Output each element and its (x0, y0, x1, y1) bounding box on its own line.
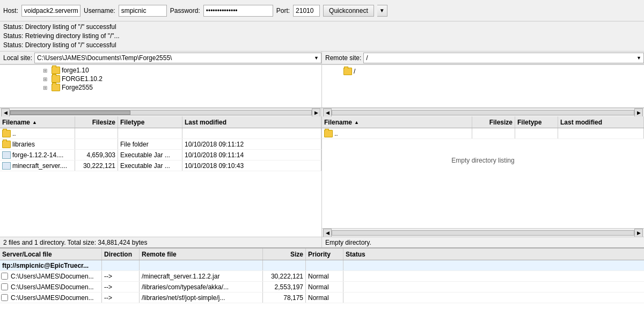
password-label: Password: (170, 7, 200, 14)
checkbox-input[interactable] (1, 273, 8, 280)
col-header-filesize[interactable]: Filesize (472, 116, 515, 128)
col-header-filetype[interactable]: Filetype (118, 116, 182, 128)
col-header-filesize[interactable]: Filesize (75, 116, 118, 128)
tree-item-forge1102[interactable]: ⊞ FORGE1.10.2 (0, 75, 321, 83)
tree-item-root[interactable]: / (324, 67, 642, 76)
transfer-priority-cell: Normal (306, 271, 343, 281)
checkbox-input[interactable] (1, 283, 8, 290)
scroll-left-arrow[interactable]: ◀ (323, 108, 332, 117)
table-row[interactable]: forge-1.12.2-14.... 4,659,303 Executable… (0, 150, 321, 160)
local-site-bar: Local site: C:\Users\JAMES\Documents\Tem… (0, 52, 322, 64)
col-header-filename[interactable]: Filename ▲ (322, 116, 472, 128)
list-item[interactable]: C:\Users\JAMES\Documen... --> /libraries… (0, 282, 644, 292)
transfer-size-cell: 30,222,121 (263, 271, 306, 281)
scroll-thumb[interactable] (10, 111, 130, 115)
file-size-cell (472, 128, 515, 138)
file-name-cell: .. (322, 128, 472, 138)
transfer-status-cell (343, 282, 644, 292)
table-row[interactable]: .. (0, 128, 321, 139)
transfer-remote-cell: /libraries/net/sf/jopt-simple/j... (140, 292, 263, 303)
col-header-modified[interactable]: Last modified (182, 116, 321, 128)
transfer-remote-cell: /libraries/com/typesafe/akka/... (140, 282, 263, 292)
local-file-list-body: .. libraries File folder 10/10/2018 09:1… (0, 128, 321, 171)
remote-bottom-scrollbar[interactable]: ◀ ▶ (322, 228, 644, 237)
file-name-cell: .. (0, 128, 75, 138)
file-type-cell: File folder (118, 139, 182, 149)
transfer-priority-cell: Normal (306, 292, 343, 303)
left-pane: ⊞ forge1.10 ⊞ FORGE1.10.2 ⊞ Forge2555 ◀ (0, 65, 322, 247)
port-label: Port: (276, 7, 290, 14)
right-pane: / ◀ ▶ Filename ▲ Filesize Filetype Last … (322, 65, 644, 247)
transfer-size-cell (263, 260, 306, 270)
exe-icon (2, 151, 11, 159)
scroll-track[interactable] (10, 110, 312, 115)
transfer-status-cell (343, 271, 644, 281)
host-input[interactable] (21, 5, 80, 17)
transfer-remote-cell: /minecraft_server.1.12.2.jar (140, 271, 263, 281)
quickconnect-dropdown-button[interactable]: ▼ (377, 5, 387, 17)
folder-icon (52, 75, 60, 83)
local-tree: ⊞ forge1.10 ⊞ FORGE1.10.2 ⊞ Forge2555 (0, 65, 321, 108)
col-header-remote-file[interactable]: Remote file (140, 248, 263, 260)
scroll-right-arrow[interactable]: ▶ (634, 108, 643, 117)
username-label: Username: (84, 7, 115, 14)
scroll-track[interactable] (332, 230, 634, 236)
local-file-header: Filename ▲ Filesize Filetype Last modifi… (0, 116, 321, 128)
tree-expander: ⊞ (43, 85, 52, 91)
transfer-status-cell (343, 292, 644, 303)
tree-item-label: FORGE1.10.2 (62, 75, 103, 83)
col-header-size[interactable]: Size (263, 248, 306, 260)
transfer-local-cell: C:\Users\JAMES\Documen... (9, 292, 102, 303)
scroll-right-arrow[interactable]: ▶ (634, 229, 643, 237)
table-row[interactable]: .. (322, 128, 644, 139)
table-row[interactable]: minecraft_server.... 30,222,121 Executab… (0, 160, 321, 171)
col-header-modified[interactable]: Last modified (558, 116, 644, 128)
remote-h-scrollbar[interactable]: ◀ ▶ (322, 108, 644, 116)
scroll-left-arrow[interactable]: ◀ (323, 229, 332, 237)
port-input[interactable] (293, 5, 320, 17)
file-type-cell: Executable Jar ... (118, 150, 182, 160)
row-checkbox[interactable] (0, 283, 9, 290)
col-header-filetype[interactable]: Filetype (515, 116, 558, 128)
folder-icon (324, 130, 333, 137)
scroll-left-arrow[interactable]: ◀ (1, 108, 10, 117)
file-size-cell (75, 139, 118, 149)
table-row[interactable]: libraries File folder 10/10/2018 09:11:1… (0, 139, 321, 150)
folder-icon (343, 68, 352, 75)
col-header-priority[interactable]: Priority (306, 248, 343, 260)
remote-site-path[interactable]: / ▼ (363, 53, 644, 63)
file-modified-cell (558, 128, 644, 138)
checkbox-input[interactable] (1, 294, 8, 301)
list-item[interactable]: C:\Users\JAMES\Documen... --> /libraries… (0, 292, 644, 303)
local-path-dropdown-icon: ▼ (314, 55, 319, 61)
row-checkbox[interactable] (0, 294, 9, 301)
file-modified-cell: 10/10/2018 09:11:14 (182, 150, 321, 160)
col-header-filename[interactable]: Filename ▲ (0, 116, 75, 128)
local-site-path[interactable]: C:\Users\JAMES\Documents\Temp\Forge2555\… (34, 53, 321, 63)
scroll-right-arrow[interactable]: ▶ (312, 108, 320, 117)
transfer-header: Server/Local file Direction Remote file … (0, 248, 644, 260)
tree-item-forge110[interactable]: ⊞ forge1.10 (0, 66, 321, 75)
file-size-cell (75, 128, 118, 138)
local-h-scrollbar[interactable]: ◀ ▶ (0, 108, 321, 116)
transfer-size-cell: 2,553,197 (263, 282, 306, 292)
transfer-body: ftp://smpicnic@EpicTruecr... C:\Users\JA… (0, 260, 644, 322)
transfer-dir-cell: --> (102, 292, 140, 303)
remote-tree: / (322, 65, 644, 108)
password-input[interactable] (203, 5, 273, 17)
host-label: Host: (3, 7, 18, 14)
scroll-track[interactable] (332, 110, 634, 115)
col-header-server-local[interactable]: Server/Local file (0, 248, 102, 260)
transfer-server-header[interactable]: ftp://smpicnic@EpicTruecr... (0, 260, 644, 271)
col-header-direction[interactable]: Direction (102, 248, 140, 260)
username-input[interactable] (119, 5, 167, 17)
tree-item-forge2555[interactable]: ⊞ Forge2555 (0, 83, 321, 92)
list-item[interactable]: C:\Users\JAMES\Documen... --> /minecraft… (0, 271, 644, 282)
quickconnect-button[interactable]: Quickconnect (323, 5, 374, 17)
row-checkbox[interactable] (0, 273, 9, 280)
remote-path-dropdown-icon: ▼ (636, 55, 641, 61)
col-header-status[interactable]: Status (343, 248, 644, 260)
sort-arrow-icon: ▲ (354, 120, 359, 125)
tree-expander: ⊞ (43, 68, 52, 74)
transfer-status-cell (343, 260, 644, 270)
